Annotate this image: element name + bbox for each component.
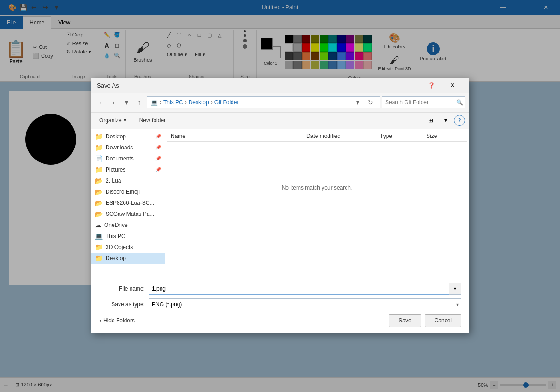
hide-folders-label: Hide Folders bbox=[103, 317, 135, 324]
save-as-dialog: Save As ❓ ✕ ‹ › ▾ ↑ 💻 › This PC › Deskto… bbox=[91, 78, 469, 333]
sidebar-item-pictures[interactable]: 📁Pictures📌 bbox=[91, 164, 165, 175]
filename-dropdown-btn[interactable]: ▾ bbox=[449, 283, 461, 295]
hide-folders-arrow: ◂ bbox=[99, 317, 101, 324]
save-button[interactable]: Save bbox=[389, 314, 421, 327]
sidebar-item-onedrive-label: OneDrive bbox=[104, 222, 161, 228]
sidebar-item-downloads-label: Downloads bbox=[106, 144, 153, 151]
onedrive-folder-icon: ☁ bbox=[95, 221, 101, 229]
sidebar-item-onedrive[interactable]: ☁OneDrive bbox=[91, 220, 165, 231]
3d-objects-folder-icon: 📁 bbox=[95, 244, 103, 251]
sidebar-item-3d-objects[interactable]: 📁3D Objects bbox=[91, 242, 165, 253]
filelist-header: Name Date modified Type Size bbox=[167, 131, 467, 142]
breadcrumb-bar: 💻 › This PC › Desktop › Gif Folder ▾ ↻ bbox=[147, 96, 380, 108]
col-size-header[interactable]: Size bbox=[426, 133, 463, 139]
view-options-btn[interactable]: ▾ bbox=[439, 114, 452, 127]
sidebar-item-downloads[interactable]: 📁Downloads📌 bbox=[91, 142, 165, 153]
sidebar-item-esp8266[interactable]: 📂ESP8266-Lua-SC... bbox=[91, 197, 165, 208]
search-input[interactable] bbox=[385, 99, 454, 106]
savetype-select[interactable]: PNG (*.png) bbox=[149, 298, 461, 310]
sidebar-item-this-pc[interactable]: 💻This PC bbox=[91, 231, 165, 242]
view-toggle-btn[interactable]: ⊞ bbox=[424, 114, 437, 127]
sidebar-item-documents[interactable]: 📄Documents📌 bbox=[91, 153, 165, 164]
dialog-close-btn[interactable]: ✕ bbox=[442, 78, 463, 93]
breadcrumb-actions: ▾ ↻ bbox=[352, 97, 376, 108]
dialog-help-circle-btn[interactable]: ? bbox=[454, 115, 465, 126]
sidebar-item-desktop-label: Desktop bbox=[106, 133, 153, 140]
organize-bar: Organize ▾ New folder ⊞ ▾ ? bbox=[91, 113, 469, 129]
col-date-header[interactable]: Date modified bbox=[306, 133, 380, 139]
downloads-folder-icon: 📁 bbox=[95, 144, 103, 151]
nav-forward-btn[interactable]: › bbox=[108, 97, 119, 108]
filename-label: File name: bbox=[99, 285, 145, 292]
breadcrumb-gif-folder[interactable]: Gif Folder bbox=[214, 99, 239, 106]
sidebar-item-lua[interactable]: 📂2. Lua bbox=[91, 175, 165, 186]
sidebar-item-scgaw[interactable]: 📂SCGaw Matas Pa... bbox=[91, 208, 165, 220]
hide-folders-btn[interactable]: ◂ Hide Folders bbox=[99, 314, 135, 327]
sidebar-item-documents-label: Documents bbox=[106, 155, 153, 162]
no-items-message: No items match your search. bbox=[167, 142, 467, 234]
desktop-folder-icon: 📁 bbox=[95, 133, 103, 140]
dialog-controls: ❓ ✕ bbox=[421, 78, 463, 93]
sidebar-item-pictures-label: Pictures bbox=[106, 166, 153, 173]
sidebar-item-scgaw-label: SCGaw Matas Pa... bbox=[106, 211, 161, 217]
breadcrumb-refresh[interactable]: ↻ bbox=[365, 97, 376, 108]
search-icon: 🔍 bbox=[456, 99, 463, 106]
savetype-row: Save as type: PNG (*.png) ▾ bbox=[99, 298, 461, 310]
discord-emoji-folder-icon: 📂 bbox=[95, 188, 103, 196]
pictures-pin-icon: 📌 bbox=[155, 167, 161, 172]
organize-dropdown-icon: ▾ bbox=[124, 117, 126, 124]
filename-row: File name: ▾ bbox=[99, 283, 461, 295]
sidebar-item-3d-objects-label: 3D Objects bbox=[106, 244, 161, 250]
savetype-label: Save as type: bbox=[99, 301, 145, 308]
breadcrumb-this-pc[interactable]: This PC bbox=[163, 99, 183, 106]
nav-back-btn[interactable]: ‹ bbox=[95, 97, 106, 108]
dialog-filelist: Name Date modified Type Size No items ma… bbox=[165, 129, 469, 277]
dialog-title-bar: Save As ❓ ✕ bbox=[91, 78, 469, 93]
dialog-form: File name: ▾ Save as type: PNG (*.png) ▾… bbox=[91, 277, 469, 333]
col-name-header[interactable]: Name bbox=[171, 133, 306, 139]
dialog-actions: ◂ Hide Folders Save Cancel bbox=[99, 314, 461, 327]
breadcrumb-dropdown[interactable]: ▾ bbox=[352, 97, 363, 108]
nav-up-btn[interactable]: ↑ bbox=[134, 97, 145, 108]
col-type-header[interactable]: Type bbox=[380, 133, 426, 139]
lua-folder-icon: 📂 bbox=[95, 177, 103, 184]
cancel-button[interactable]: Cancel bbox=[425, 314, 461, 327]
downloads-pin-icon: 📌 bbox=[155, 145, 161, 150]
new-folder-button[interactable]: New folder bbox=[134, 115, 171, 126]
sidebar-item-desktop2-label: Desktop bbox=[106, 255, 161, 261]
sidebar-item-desktop2[interactable]: 📁Desktop bbox=[91, 253, 165, 264]
sidebar-item-this-pc-label: This PC bbox=[106, 233, 161, 239]
search-bar: 🔍 bbox=[382, 96, 465, 108]
organize-right: ⊞ ▾ ? bbox=[424, 114, 465, 127]
dialog-help-btn[interactable]: ❓ bbox=[421, 78, 442, 93]
sidebar-item-discord-emoji-label: Discord Emoji bbox=[106, 189, 161, 195]
savetype-select-wrap: PNG (*.png) ▾ bbox=[149, 298, 461, 310]
organize-button[interactable]: Organize ▾ bbox=[95, 115, 131, 126]
sidebar-item-lua-label: 2. Lua bbox=[106, 178, 161, 184]
breadcrumb-computer-icon: 💻 bbox=[151, 99, 158, 106]
filename-input-wrap: ▾ bbox=[149, 283, 461, 295]
documents-pin-icon: 📌 bbox=[155, 156, 161, 161]
desktop-pin-icon: 📌 bbox=[155, 134, 161, 139]
breadcrumb-desktop[interactable]: Desktop bbox=[189, 99, 209, 106]
breadcrumb-arrow1: › bbox=[160, 99, 161, 106]
dialog-title: Save As bbox=[97, 82, 119, 89]
this-pc-folder-icon: 💻 bbox=[95, 232, 103, 240]
pictures-folder-icon: 📁 bbox=[95, 166, 103, 173]
documents-folder-icon: 📄 bbox=[95, 155, 103, 162]
dialog-toolbar: ‹ › ▾ ↑ 💻 › This PC › Desktop › Gif Fold… bbox=[91, 93, 469, 113]
actions-spacer bbox=[138, 314, 385, 327]
dialog-sidebar: 📁Desktop📌📁Downloads📌📄Documents📌📁Pictures… bbox=[91, 129, 165, 277]
nav-recent-btn[interactable]: ▾ bbox=[121, 97, 132, 108]
scgaw-folder-icon: 📂 bbox=[95, 210, 103, 218]
sidebar-item-esp8266-label: ESP8266-Lua-SC... bbox=[106, 200, 161, 206]
sidebar-item-desktop[interactable]: 📁Desktop📌 bbox=[91, 131, 165, 142]
desktop2-folder-icon: 📁 bbox=[95, 255, 103, 262]
filename-input[interactable] bbox=[149, 283, 449, 295]
sidebar-item-discord-emoji[interactable]: 📂Discord Emoji bbox=[91, 186, 165, 197]
dialog-overlay: Save As ❓ ✕ ‹ › ▾ ↑ 💻 › This PC › Deskto… bbox=[0, 0, 560, 392]
esp8266-folder-icon: 📂 bbox=[95, 199, 103, 207]
dialog-body: 📁Desktop📌📁Downloads📌📄Documents📌📁Pictures… bbox=[91, 129, 469, 277]
